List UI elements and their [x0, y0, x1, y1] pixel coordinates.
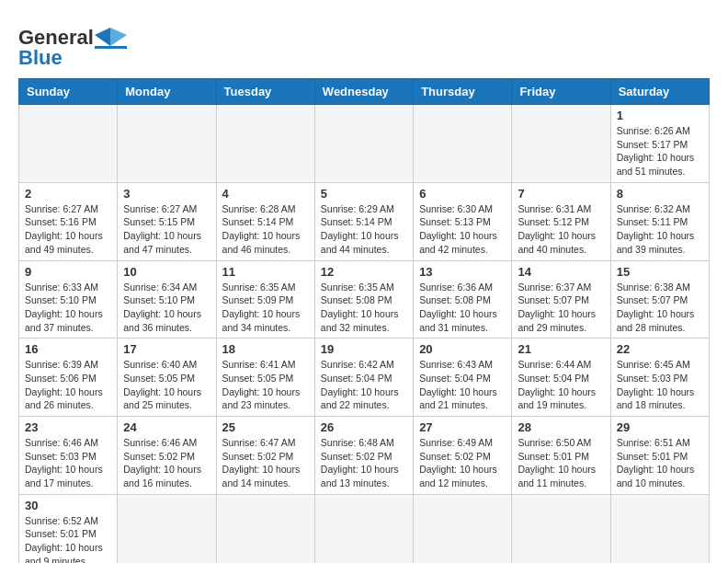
- cell-info: Sunrise: 6:31 AMSunset: 5:12 PMDaylight:…: [518, 202, 604, 257]
- calendar-cell: [610, 494, 709, 563]
- day-number: 18: [222, 342, 309, 356]
- cell-info: Sunrise: 6:40 AMSunset: 5:05 PMDaylight:…: [123, 358, 210, 412]
- calendar-week-4: 23Sunrise: 6:46 AMSunset: 5:03 PMDayligh…: [19, 417, 710, 495]
- calendar-cell: 4Sunrise: 6:28 AMSunset: 5:14 PMDaylight…: [216, 182, 314, 260]
- logo: General Blue: [18, 18, 138, 69]
- calendar-cell: [118, 105, 216, 183]
- cell-info: Sunrise: 6:36 AMSunset: 5:08 PMDaylight:…: [419, 281, 506, 335]
- calendar-cell: [314, 494, 413, 563]
- calendar-cell: 20Sunrise: 6:43 AMSunset: 5:04 PMDayligh…: [414, 339, 512, 417]
- day-number: 5: [321, 187, 407, 201]
- cell-info: Sunrise: 6:27 AMSunset: 5:15 PMDaylight:…: [123, 202, 210, 257]
- cell-info: Sunrise: 6:44 AMSunset: 5:04 PMDaylight:…: [518, 358, 604, 412]
- cell-info: Sunrise: 6:35 AMSunset: 5:09 PMDaylight:…: [222, 281, 309, 335]
- day-number: 27: [419, 420, 506, 434]
- day-number: 21: [518, 342, 604, 356]
- day-number: 17: [123, 342, 210, 356]
- day-header-saturday: Saturday: [610, 79, 709, 105]
- calendar-cell: 16Sunrise: 6:39 AMSunset: 5:06 PMDayligh…: [19, 339, 118, 417]
- day-number: 28: [518, 420, 604, 434]
- svg-rect-4: [95, 46, 127, 49]
- calendar-week-1: 2Sunrise: 6:27 AMSunset: 5:16 PMDaylight…: [19, 182, 710, 260]
- calendar-cell: [414, 105, 512, 183]
- cell-info: Sunrise: 6:38 AMSunset: 5:07 PMDaylight:…: [617, 281, 703, 335]
- calendar-cell: 5Sunrise: 6:29 AMSunset: 5:14 PMDaylight…: [314, 182, 413, 260]
- cell-info: Sunrise: 6:47 AMSunset: 5:02 PMDaylight:…: [222, 436, 309, 490]
- day-number: 4: [222, 187, 309, 201]
- calendar-cell: [19, 105, 118, 183]
- calendar-cell: [118, 494, 216, 563]
- header: General Blue: [18, 18, 710, 69]
- day-number: 7: [518, 187, 604, 201]
- calendar-table: SundayMondayTuesdayWednesdayThursdayFrid…: [18, 78, 710, 563]
- day-number: 29: [617, 420, 703, 434]
- day-number: 3: [123, 187, 210, 201]
- calendar-cell: 26Sunrise: 6:48 AMSunset: 5:02 PMDayligh…: [314, 417, 413, 495]
- day-number: 26: [321, 420, 407, 434]
- day-number: 9: [25, 265, 111, 279]
- calendar-cell: 1Sunrise: 6:26 AMSunset: 5:17 PMDaylight…: [610, 105, 709, 183]
- calendar-cell: 21Sunrise: 6:44 AMSunset: 5:04 PMDayligh…: [512, 339, 610, 417]
- calendar-cell: [414, 494, 512, 563]
- day-number: 2: [25, 187, 111, 201]
- cell-info: Sunrise: 6:43 AMSunset: 5:04 PMDaylight:…: [419, 358, 506, 412]
- calendar-cell: 8Sunrise: 6:32 AMSunset: 5:11 PMDaylight…: [610, 182, 709, 260]
- cell-info: Sunrise: 6:26 AMSunset: 5:17 PMDaylight:…: [617, 124, 703, 178]
- day-number: 14: [518, 265, 604, 279]
- calendar-cell: [512, 105, 610, 183]
- calendar-header-row: SundayMondayTuesdayWednesdayThursdayFrid…: [19, 79, 710, 105]
- day-header-friday: Friday: [512, 79, 610, 105]
- cell-info: Sunrise: 6:52 AMSunset: 5:01 PMDaylight:…: [25, 514, 111, 563]
- calendar-cell: 9Sunrise: 6:33 AMSunset: 5:10 PMDaylight…: [19, 260, 118, 339]
- calendar-cell: 29Sunrise: 6:51 AMSunset: 5:01 PMDayligh…: [610, 417, 709, 495]
- cell-info: Sunrise: 6:29 AMSunset: 5:14 PMDaylight:…: [321, 202, 407, 257]
- day-number: 1: [617, 109, 703, 122]
- calendar-cell: 14Sunrise: 6:37 AMSunset: 5:07 PMDayligh…: [512, 260, 610, 339]
- cell-info: Sunrise: 6:37 AMSunset: 5:07 PMDaylight:…: [518, 281, 604, 335]
- cell-info: Sunrise: 6:27 AMSunset: 5:16 PMDaylight:…: [25, 202, 111, 257]
- day-number: 19: [321, 342, 407, 356]
- cell-info: Sunrise: 6:28 AMSunset: 5:14 PMDaylight:…: [222, 202, 309, 257]
- cell-info: Sunrise: 6:39 AMSunset: 5:06 PMDaylight:…: [25, 358, 111, 412]
- day-header-thursday: Thursday: [414, 79, 512, 105]
- day-number: 6: [419, 187, 506, 201]
- day-number: 23: [25, 420, 111, 434]
- cell-info: Sunrise: 6:48 AMSunset: 5:02 PMDaylight:…: [321, 436, 407, 490]
- day-header-tuesday: Tuesday: [216, 79, 314, 105]
- calendar-cell: 11Sunrise: 6:35 AMSunset: 5:09 PMDayligh…: [216, 260, 314, 339]
- calendar-week-3: 16Sunrise: 6:39 AMSunset: 5:06 PMDayligh…: [19, 339, 710, 417]
- day-header-sunday: Sunday: [19, 79, 118, 105]
- calendar-cell: 2Sunrise: 6:27 AMSunset: 5:16 PMDaylight…: [19, 182, 118, 260]
- calendar-cell: 18Sunrise: 6:41 AMSunset: 5:05 PMDayligh…: [216, 339, 314, 417]
- day-number: 22: [617, 342, 703, 356]
- calendar-cell: 22Sunrise: 6:45 AMSunset: 5:03 PMDayligh…: [610, 339, 709, 417]
- day-number: 13: [419, 265, 506, 279]
- cell-info: Sunrise: 6:35 AMSunset: 5:08 PMDaylight:…: [321, 281, 407, 335]
- calendar-cell: 12Sunrise: 6:35 AMSunset: 5:08 PMDayligh…: [314, 260, 413, 339]
- svg-text:Blue: Blue: [18, 46, 63, 69]
- calendar-cell: 17Sunrise: 6:40 AMSunset: 5:05 PMDayligh…: [118, 339, 216, 417]
- calendar-week-2: 9Sunrise: 6:33 AMSunset: 5:10 PMDaylight…: [19, 260, 710, 339]
- day-number: 10: [123, 265, 210, 279]
- day-header-monday: Monday: [118, 79, 216, 105]
- calendar-cell: 13Sunrise: 6:36 AMSunset: 5:08 PMDayligh…: [414, 260, 512, 339]
- cell-info: Sunrise: 6:42 AMSunset: 5:04 PMDaylight:…: [321, 358, 407, 412]
- calendar-cell: 6Sunrise: 6:30 AMSunset: 5:13 PMDaylight…: [414, 182, 512, 260]
- calendar-cell: 25Sunrise: 6:47 AMSunset: 5:02 PMDayligh…: [216, 417, 314, 495]
- day-number: 30: [25, 499, 111, 512]
- calendar-week-5: 30Sunrise: 6:52 AMSunset: 5:01 PMDayligh…: [19, 494, 710, 563]
- day-number: 20: [419, 342, 506, 356]
- day-number: 12: [321, 265, 407, 279]
- svg-marker-3: [110, 28, 127, 46]
- cell-info: Sunrise: 6:51 AMSunset: 5:01 PMDaylight:…: [617, 436, 703, 490]
- calendar-cell: 27Sunrise: 6:49 AMSunset: 5:02 PMDayligh…: [414, 417, 512, 495]
- cell-info: Sunrise: 6:30 AMSunset: 5:13 PMDaylight:…: [419, 202, 506, 257]
- calendar-week-0: 1Sunrise: 6:26 AMSunset: 5:17 PMDaylight…: [19, 105, 710, 183]
- cell-info: Sunrise: 6:32 AMSunset: 5:11 PMDaylight:…: [617, 202, 703, 257]
- page: General Blue SundayMondayTuesdayWednesda…: [0, 0, 728, 563]
- calendar-cell: 15Sunrise: 6:38 AMSunset: 5:07 PMDayligh…: [610, 260, 709, 339]
- day-number: 16: [25, 342, 111, 356]
- cell-info: Sunrise: 6:41 AMSunset: 5:05 PMDaylight:…: [222, 358, 309, 412]
- day-number: 8: [617, 187, 703, 201]
- calendar-cell: [216, 105, 314, 183]
